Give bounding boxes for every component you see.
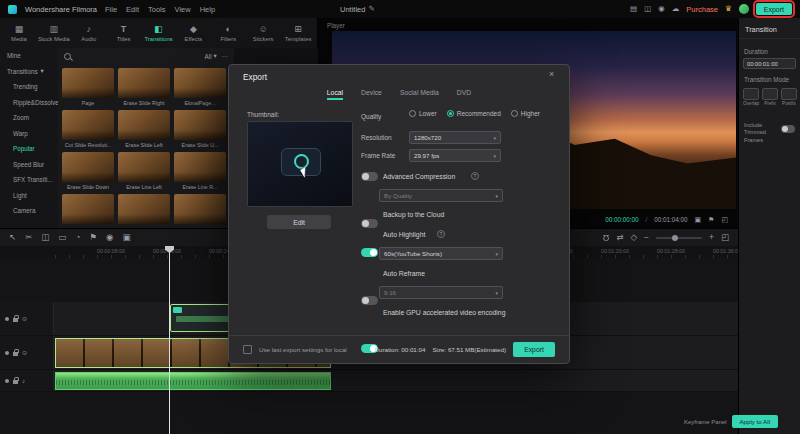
tab-titles[interactable]: Titles (107, 25, 141, 42)
resolution-select[interactable]: 1280x720 (409, 131, 501, 144)
edit-thumbnail-button[interactable]: Edit (267, 215, 331, 229)
quality-recommended-radio[interactable]: Recommended (447, 110, 501, 117)
cloud-icon[interactable] (672, 5, 680, 13)
tab-audio[interactable]: Audio (72, 25, 106, 42)
track-lock-icon[interactable] (13, 380, 18, 384)
menu-edit[interactable]: Edit (126, 5, 139, 14)
search-icon[interactable] (64, 53, 71, 60)
membership-crown-icon[interactable] (725, 5, 732, 13)
backup-cloud-toggle[interactable] (361, 219, 378, 228)
transition-item[interactable]: Erase Line Left (118, 152, 170, 190)
track-mute-icon[interactable] (22, 378, 25, 384)
zoom-in-icon[interactable] (709, 233, 714, 242)
keyframe-panel-button[interactable]: Keyframe Panel (684, 419, 727, 425)
select-tool-icon[interactable] (9, 233, 16, 242)
zoom-fit-icon[interactable] (721, 233, 729, 242)
duration-input[interactable]: 00:00:01:00 (743, 58, 796, 69)
help-icon[interactable] (471, 172, 479, 180)
voiceover-tool-icon[interactable] (106, 233, 113, 242)
track-enable-icon[interactable] (5, 351, 9, 355)
track-lock-icon[interactable] (13, 318, 18, 322)
fast-export-checkbox[interactable] (243, 345, 252, 354)
transition-item[interactable]: Erase Line R... (174, 152, 226, 190)
track-visibility-icon[interactable] (22, 350, 27, 356)
transition-item[interactable]: ElovalPage... (174, 68, 226, 106)
frame-rate-select[interactable]: 29.97 fps (409, 149, 501, 162)
trim-tool-icon[interactable] (41, 233, 49, 242)
timeline-audio-clip[interactable] (55, 372, 331, 390)
track-visibility-icon[interactable] (22, 316, 27, 322)
zoom-slider[interactable] (656, 237, 702, 239)
transition-item[interactable]: Cut Slide Revoluti... (62, 110, 114, 148)
sidebar-item-mine[interactable]: Mine (0, 48, 58, 64)
more-options-icon[interactable] (222, 53, 228, 59)
export-confirm-button[interactable]: Export (513, 342, 555, 357)
keyframe-icon[interactable] (630, 233, 637, 242)
snapshot-tool-icon[interactable] (123, 233, 131, 242)
crop-tool-icon[interactable] (58, 233, 66, 242)
quality-lower-radio[interactable]: Lower (409, 110, 437, 117)
tab-social-media[interactable]: Social Media (400, 89, 439, 96)
split-tool-icon[interactable] (25, 233, 32, 242)
auto-highlight-select[interactable]: 60s(YouTube Shorts) (379, 247, 503, 260)
tab-media[interactable]: Media (2, 25, 36, 42)
tab-dvd[interactable]: DVD (457, 89, 471, 96)
transition-item[interactable]: Page (62, 68, 114, 106)
dual-screen-icon[interactable] (644, 5, 651, 13)
transition-item[interactable]: Erase Slide U... (174, 110, 226, 148)
marker-icon[interactable] (708, 216, 714, 223)
marker-tool-icon[interactable] (89, 233, 97, 242)
speed-tool-icon[interactable] (75, 233, 80, 242)
menu-tools[interactable]: Tools (148, 5, 166, 14)
compression-mode-select[interactable]: By Quality (379, 189, 503, 202)
snap-toggle-icon[interactable] (603, 233, 609, 242)
transition-item[interactable]: Erase Slide Right (118, 68, 170, 106)
transition-item[interactable]: Erase Slide Left (118, 110, 170, 148)
sidebar-item-camera[interactable]: Camera (0, 203, 58, 219)
layout-icon[interactable] (630, 5, 637, 13)
tab-stickers[interactable]: Stickers (246, 25, 280, 42)
tab-transitions[interactable]: Transitions (142, 25, 176, 42)
tab-stock-media[interactable]: Stock Media (37, 25, 71, 42)
purchase-button[interactable]: Purchase (686, 5, 718, 14)
mode-overlap-option[interactable]: Overlap (743, 88, 759, 106)
tab-device[interactable]: Device (361, 89, 382, 96)
advanced-compression-toggle[interactable] (361, 172, 378, 181)
menu-view[interactable]: View (175, 5, 191, 14)
fullscreen-icon[interactable] (721, 216, 728, 223)
snapshot-icon[interactable] (694, 216, 701, 223)
close-icon[interactable] (549, 70, 554, 79)
rename-project-icon[interactable] (368, 5, 374, 13)
transition-item[interactable] (174, 194, 226, 224)
transition-item[interactable] (62, 194, 114, 224)
auto-ripple-icon[interactable] (616, 233, 623, 242)
auto-highlight-toggle[interactable] (361, 248, 378, 257)
tab-effects[interactable]: Effects (176, 25, 210, 42)
include-trimmed-toggle[interactable] (781, 125, 795, 133)
sidebar-item-ripple-dissolve[interactable]: Ripple&Dissolve (0, 95, 58, 111)
tab-templates[interactable]: Templates (281, 25, 315, 42)
sidebar-item-light[interactable]: Light (0, 188, 58, 204)
menu-help[interactable]: Help (200, 5, 215, 14)
track-enable-icon[interactable] (5, 379, 9, 383)
user-avatar[interactable] (739, 4, 749, 14)
quality-higher-radio[interactable]: Higher (511, 110, 540, 117)
tab-local[interactable]: Local (327, 89, 343, 96)
menu-file[interactable]: File (105, 5, 117, 14)
mode-prefix-option[interactable]: Prefix (762, 88, 778, 106)
playhead[interactable] (169, 246, 170, 434)
track-enable-icon[interactable] (5, 317, 9, 321)
mode-postfix-option[interactable]: Postfix (781, 88, 797, 106)
sidebar-item-popular[interactable]: Popular (0, 141, 58, 157)
sidebar-item-sfx-transitions[interactable]: SFX Transiti... (0, 172, 58, 188)
auto-reframe-select[interactable]: 9:16 (379, 286, 503, 299)
sidebar-item-trending[interactable]: Trending (0, 79, 58, 95)
auto-reframe-toggle[interactable] (361, 296, 378, 305)
tab-filters[interactable]: Filters (211, 25, 245, 42)
screen-record-icon[interactable] (658, 5, 665, 13)
export-button-titlebar[interactable]: Export (756, 3, 792, 15)
sidebar-item-warp[interactable]: Warp (0, 126, 58, 142)
sidebar-item-speed-blur[interactable]: Speed Blur (0, 157, 58, 173)
filter-all-dropdown[interactable]: All (205, 53, 217, 60)
zoom-out-icon[interactable] (644, 233, 649, 242)
